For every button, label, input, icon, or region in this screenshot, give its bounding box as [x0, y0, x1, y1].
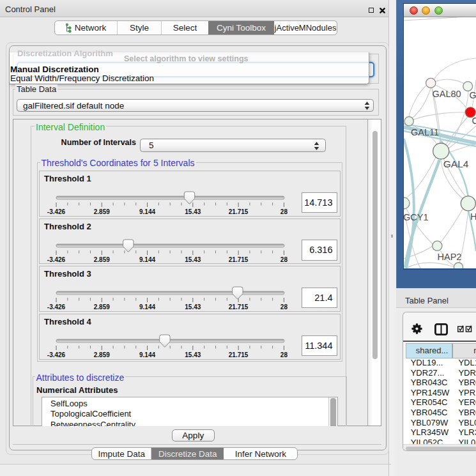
svg-text:21.715: 21.715	[229, 351, 249, 358]
svg-text:9.144: 9.144	[139, 208, 155, 215]
svg-text:-3.426: -3.426	[47, 303, 66, 311]
svg-text:-3.426: -3.426	[47, 256, 66, 263]
svg-text:2.859: 2.859	[94, 303, 110, 311]
svg-text:21.715: 21.715	[229, 256, 249, 263]
svg-text:9.144: 9.144	[139, 303, 155, 311]
svg-text:HAP2: HAP2	[438, 252, 462, 262]
svg-text:15.43: 15.43	[185, 303, 201, 311]
svg-text:C: C	[472, 116, 476, 126]
svg-text:2.859: 2.859	[94, 351, 110, 358]
svg-text:15.43: 15.43	[185, 351, 201, 358]
svg-text:21.715: 21.715	[229, 303, 249, 311]
svg-text:9.144: 9.144	[139, 351, 155, 358]
svg-text:-3.426: -3.426	[47, 351, 66, 358]
svg-text:H: H	[470, 211, 476, 222]
svg-text:21.715: 21.715	[229, 208, 249, 215]
svg-text:15.43: 15.43	[185, 208, 201, 215]
svg-text:28: 28	[280, 351, 288, 358]
svg-text:GCY1: GCY1	[404, 212, 429, 222]
svg-text:15.43: 15.43	[185, 256, 201, 263]
svg-text:GAL4: GAL4	[443, 158, 469, 169]
svg-text:28: 28	[280, 256, 288, 263]
svg-text:28: 28	[280, 303, 288, 311]
svg-text:9.144: 9.144	[139, 256, 155, 263]
svg-text:2.859: 2.859	[94, 256, 110, 263]
svg-text:28: 28	[280, 208, 288, 215]
svg-text:GAL80: GAL80	[433, 89, 461, 99]
svg-text:GA: GA	[470, 90, 476, 100]
svg-text:2.859: 2.859	[94, 208, 110, 215]
svg-text:GAL11: GAL11	[411, 127, 439, 137]
svg-text:-3.426: -3.426	[47, 208, 66, 215]
